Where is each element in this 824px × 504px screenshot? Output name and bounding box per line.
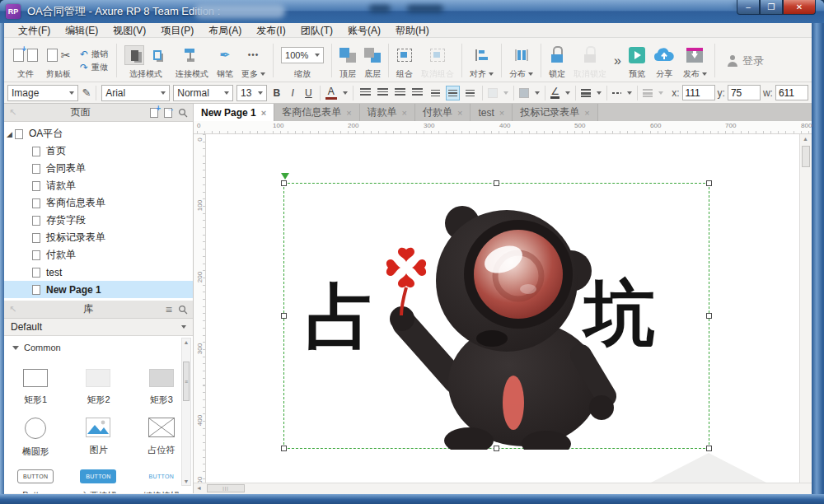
library-filter-select[interactable]: Default: [4, 319, 193, 336]
intersect-select-button[interactable]: [124, 45, 144, 65]
line-style-button[interactable]: [612, 92, 622, 94]
bold-button[interactable]: B: [270, 85, 283, 101]
menu-arrange[interactable]: 布局(A): [201, 23, 249, 38]
vertical-scroll-thumb[interactable]: [802, 146, 810, 167]
close-tab-icon[interactable]: ×: [499, 108, 504, 118]
page-item-new-page-1[interactable]: New Page 1: [4, 281, 193, 298]
canvas-vertical-scrollbar[interactable]: ▲: [799, 134, 812, 483]
add-page-icon[interactable]: +: [150, 108, 158, 118]
widget-image[interactable]: 图片: [69, 409, 127, 458]
resize-handle-se[interactable]: [706, 446, 712, 451]
share-button[interactable]: 分享: [649, 40, 679, 82]
tab-new-page-1[interactable]: New Page 1×: [194, 104, 274, 121]
font-family-select[interactable]: Arial: [101, 85, 170, 101]
tree-expand-icon[interactable]: ◢: [7, 130, 12, 138]
resize-handle-nw[interactable]: [281, 180, 287, 186]
resize-handle-e[interactable]: [706, 313, 712, 319]
widget-button[interactable]: BUTTONButton: [7, 461, 64, 493]
font-color-button[interactable]: A: [325, 86, 337, 100]
page-item-payment-slip[interactable]: 付款单: [4, 246, 193, 264]
scroll-up-icon[interactable]: ▲: [803, 136, 808, 142]
bring-to-front-button[interactable]: 顶层: [335, 40, 360, 82]
tab-test[interactable]: test×: [471, 104, 513, 121]
menu-account[interactable]: 账号(A): [340, 23, 388, 38]
shadow-button[interactable]: [519, 88, 529, 98]
canvas-horizontal-scrollbar[interactable]: ◄ |||: [194, 483, 812, 493]
collapse-panel-icon[interactable]: ↖: [9, 107, 16, 118]
title-bar[interactable]: RP OA合同管理 - Axure RP 8 Team Edition : – …: [0, 0, 824, 23]
resize-handle-s[interactable]: [494, 446, 499, 451]
search-library-icon[interactable]: [178, 305, 188, 315]
zoom-select[interactable]: 100%: [281, 47, 324, 63]
publish-dropdown[interactable]: 发布: [679, 40, 711, 82]
font-size-select[interactable]: 13: [236, 85, 267, 101]
cut-icon[interactable]: ✂: [61, 49, 71, 61]
paste-icon[interactable]: [47, 49, 58, 62]
widget-ellipse[interactable]: 椭圆形: [7, 409, 64, 458]
open-file-icon[interactable]: [27, 49, 38, 62]
redo-button[interactable]: ↷ 重做: [80, 62, 108, 73]
italic-button[interactable]: I: [287, 85, 299, 101]
pen-tool-button[interactable]: ✒ 钢笔: [213, 40, 237, 82]
bullet-list-button[interactable]: [358, 86, 372, 100]
valign-middle-button[interactable]: [446, 86, 460, 100]
tab-payment-request[interactable]: 请款单×: [360, 104, 415, 121]
menu-edit[interactable]: 编辑(E): [58, 23, 105, 38]
menu-help[interactable]: 帮助(H): [388, 23, 437, 38]
distribute-dropdown[interactable]: 分布: [505, 40, 537, 82]
menu-team[interactable]: 团队(T): [293, 23, 340, 38]
menu-project[interactable]: 项目(P): [153, 23, 201, 38]
send-to-back-button[interactable]: 底层: [360, 40, 385, 82]
x-input[interactable]: [682, 85, 715, 100]
y-input[interactable]: [728, 85, 761, 100]
collapse-panel-icon[interactable]: ↖: [9, 304, 16, 315]
align-right-button[interactable]: [410, 86, 424, 100]
page-item-payment-request[interactable]: 请款单: [4, 177, 193, 194]
library-menu-icon[interactable]: ≡: [166, 303, 172, 316]
page-item-bid-record[interactable]: 投标记录表单: [4, 229, 193, 246]
align-center-button[interactable]: [393, 86, 407, 100]
tab-payment-slip[interactable]: 付款单×: [415, 104, 471, 121]
menu-publish[interactable]: 发布(I): [249, 23, 293, 38]
lock-button[interactable]: 锁定: [545, 40, 569, 82]
tab-vendor-info[interactable]: 客商信息表单×: [274, 104, 359, 121]
library-scrollbar[interactable]: ▲ ≡ ▼: [181, 338, 191, 486]
resize-handle-n[interactable]: [494, 180, 499, 186]
page-item-vendor-info[interactable]: 客商信息表单: [4, 194, 193, 212]
page-item-home[interactable]: 首页: [4, 142, 193, 160]
page-item-inventory-field[interactable]: 存货字段: [4, 212, 193, 229]
edit-style-icon[interactable]: ✎: [82, 87, 91, 99]
resize-handle-ne[interactable]: [706, 180, 712, 186]
group-button[interactable]: 组合: [392, 40, 417, 82]
library-section-common[interactable]: Common: [4, 336, 193, 354]
underline-button[interactable]: U: [302, 85, 315, 101]
widget-primary-button[interactable]: BUTTON主要按钮: [69, 461, 127, 493]
clipboard-group[interactable]: ✂ 剪贴板: [42, 40, 75, 82]
more-tools-button[interactable]: ••• 更多: [237, 40, 269, 82]
valign-top-button[interactable]: [428, 86, 442, 100]
close-button[interactable]: ✕: [783, 0, 816, 15]
close-tab-icon[interactable]: ×: [457, 108, 462, 118]
library-scroll-thumb[interactable]: ≡: [183, 362, 190, 401]
font-style-select[interactable]: Normal: [173, 85, 233, 101]
contain-select-button[interactable]: [147, 45, 167, 65]
page-tree-root[interactable]: ◢ OA平台: [4, 125, 193, 142]
widget-rectangle2[interactable]: 矩形2: [69, 361, 127, 406]
close-tab-icon[interactable]: ×: [402, 108, 407, 118]
resize-handle-w[interactable]: [281, 313, 287, 319]
w-input[interactable]: [775, 85, 808, 100]
connect-mode-button[interactable]: 连接模式: [171, 40, 213, 82]
valign-bottom-button[interactable]: [463, 86, 477, 100]
menu-file[interactable]: 文件(F): [11, 23, 58, 38]
align-dropdown[interactable]: 对齐: [466, 40, 498, 82]
horizontal-scroll-thumb[interactable]: |||: [207, 484, 245, 492]
close-tab-icon[interactable]: ×: [346, 108, 351, 118]
resize-handle-sw[interactable]: [281, 446, 287, 451]
page-item-test[interactable]: test: [4, 264, 193, 281]
minimize-button[interactable]: –: [737, 0, 760, 15]
scroll-up-icon[interactable]: ▲: [182, 339, 190, 345]
add-child-page-icon[interactable]: →: [164, 108, 172, 118]
undo-button[interactable]: ↶ 撤销: [80, 49, 108, 60]
widget-rectangle1[interactable]: 矩形1: [7, 361, 64, 406]
preview-button[interactable]: 预览: [625, 40, 649, 82]
